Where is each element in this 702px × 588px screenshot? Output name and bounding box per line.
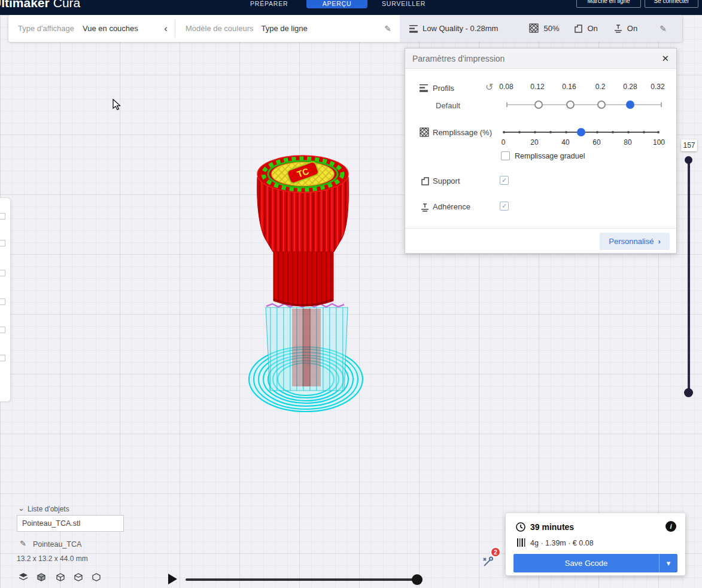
profiles-label: Profils: [433, 84, 454, 93]
undo-icon[interactable]: ↺: [485, 81, 493, 93]
material-usage: 4g · 1.39m · € 0.08: [530, 539, 594, 547]
simulation-timeline-handle[interactable]: [412, 574, 423, 585]
tools-icon[interactable]: [481, 555, 494, 568]
model-crown: TC: [257, 156, 348, 193]
summary-infill: 50%: [543, 24, 559, 33]
infill-slider-handle[interactable]: [577, 128, 585, 136]
sign-in-button[interactable]: Se connecter: [645, 0, 698, 8]
object-name-input[interactable]: [17, 515, 124, 532]
preview-view-icon[interactable]: [73, 572, 84, 583]
network-status-button[interactable]: Marche en ligne: [576, 0, 641, 8]
print-settings-panel: Paramètres d'impression ✕ Profils ↺ 0.08…: [405, 48, 677, 254]
profile-stop-012[interactable]: [534, 100, 543, 109]
infill-label: Remplissage (%): [433, 128, 492, 137]
slider-end-tick: [661, 102, 662, 107]
support-label: Support: [433, 176, 460, 185]
display-type-label: Type d'affichage: [18, 24, 74, 33]
app-logo: UltimakerCura: [0, 0, 80, 10]
view-options-toolbar: Type d'affichage Vue en couches ‹ Modèle…: [8, 15, 682, 42]
layer-slider-track[interactable]: [688, 157, 690, 394]
rename-pencil-icon[interactable]: ✎: [20, 539, 26, 548]
tab-preview[interactable]: APERÇU: [306, 0, 367, 8]
chevron-left-icon[interactable]: ‹: [164, 23, 168, 33]
custom-settings-button[interactable]: Personnalisé ›: [600, 233, 670, 250]
panel-title: Paramètres d'impression: [412, 54, 661, 63]
infill-icon: [529, 23, 539, 33]
profiles-icon: [420, 83, 429, 93]
summary-adhesion: On: [627, 24, 637, 33]
sliced-model[interactable]: TC: [236, 141, 374, 419]
summary-support: On: [587, 24, 597, 33]
checkbox-check-icon: ✓: [502, 176, 507, 184]
color-scheme-selector[interactable]: Modèle de couleurs Type de ligne ✎: [175, 15, 400, 42]
display-type-selector[interactable]: Type d'affichage Vue en couches ‹: [8, 15, 175, 42]
object-dimensions: 13.2 x 13.2 x 44.0 mm: [17, 555, 88, 563]
layer-slider-top-handle[interactable]: [685, 156, 692, 164]
top-header-bar: UltimakerCura PRÉPARER APERÇU SURVEILLER…: [0, 0, 702, 15]
print-info-panel: 39 minutes i 4g · 1.39m · € 0.08 Save Gc…: [506, 513, 685, 575]
object-name-label: Pointeau_TCA: [33, 540, 81, 549]
infill-tick-labels: 0 20 40 60 80 100: [503, 138, 659, 147]
left-toolbar-partial[interactable]: [0, 197, 11, 402]
model-support: [266, 304, 348, 391]
support-icon: [420, 176, 430, 186]
play-icon[interactable]: [166, 572, 178, 586]
profile-stop-020[interactable]: [597, 100, 606, 109]
adhesion-icon: [613, 23, 623, 33]
checkbox-check-icon: ✓: [502, 202, 507, 210]
layer-height-icon: [409, 24, 419, 33]
object-list-title[interactable]: Liste d'objets: [28, 505, 69, 513]
simulation-timeline-track[interactable]: [186, 578, 419, 581]
adhesion-label: Adhérence: [433, 202, 470, 211]
support-checkbox[interactable]: ✓: [500, 176, 509, 185]
edit-settings-pencil-icon[interactable]: ✎: [660, 24, 667, 33]
infill-slider[interactable]: [503, 132, 659, 133]
gradual-infill-label: Remplissage graduel: [515, 152, 585, 160]
tab-prepare[interactable]: PRÉPARER: [250, 0, 288, 7]
mouse-cursor: [113, 99, 122, 111]
cura-app: TC UltimakerCura PRÉPARER APERÇU SURVEIL…: [0, 0, 702, 588]
profile-name-label: Default: [436, 101, 460, 110]
layer-slider-bottom-handle[interactable]: [684, 388, 693, 397]
chevron-down-icon: ▾: [667, 559, 671, 568]
panel-header: Paramètres d'impression ✕: [405, 48, 676, 69]
print-settings-summary[interactable]: Low Quality - 0.28mm 50% On On ✎: [400, 15, 682, 42]
profile-slider[interactable]: [506, 104, 662, 105]
adhesion-checkbox[interactable]: ✓: [500, 202, 509, 211]
clock-icon: [515, 522, 526, 532]
print-time: 39 minutes: [530, 522, 574, 532]
summary-profile: Low Quality - 0.28mm: [423, 24, 498, 33]
xray-view-icon[interactable]: [55, 572, 66, 583]
slider-end-tick: [506, 102, 507, 107]
color-scheme-value: Type de ligne: [261, 24, 307, 33]
close-icon[interactable]: ✕: [661, 53, 669, 64]
display-type-value: Vue en couches: [83, 24, 138, 33]
layers-view-icon[interactable]: [18, 572, 29, 583]
wireframe-view-icon[interactable]: [91, 572, 102, 583]
tab-monitor[interactable]: SURVEILLER: [382, 0, 426, 7]
profile-slider-handle[interactable]: [626, 100, 634, 109]
model-shaft: [273, 248, 333, 306]
error-count-badge: 2: [490, 547, 501, 557]
support-icon: [573, 24, 583, 33]
chevron-right-icon: ›: [658, 237, 660, 246]
current-layer-readout: 157: [681, 139, 697, 151]
solid-view-icon[interactable]: [36, 572, 47, 583]
save-gcode-button[interactable]: Save Gcode ▾: [513, 554, 677, 572]
save-options-dropdown[interactable]: ▾: [659, 554, 677, 572]
edit-pencil-icon[interactable]: ✎: [384, 24, 391, 33]
adhesion-icon: [420, 202, 430, 212]
gradual-infill-checkbox[interactable]: [501, 151, 510, 160]
material-icon: [517, 538, 527, 547]
panel-footer-divider: [405, 228, 676, 229]
info-icon[interactable]: i: [665, 521, 676, 532]
profile-tick-labels: 0.08 0.12 0.16 0.2 0.28 0.32: [506, 83, 662, 91]
caret-down-icon[interactable]: ⌄: [18, 504, 25, 513]
color-scheme-label: Modèle de couleurs: [186, 24, 253, 33]
infill-icon: [420, 127, 430, 138]
profile-stop-016[interactable]: [566, 100, 575, 109]
